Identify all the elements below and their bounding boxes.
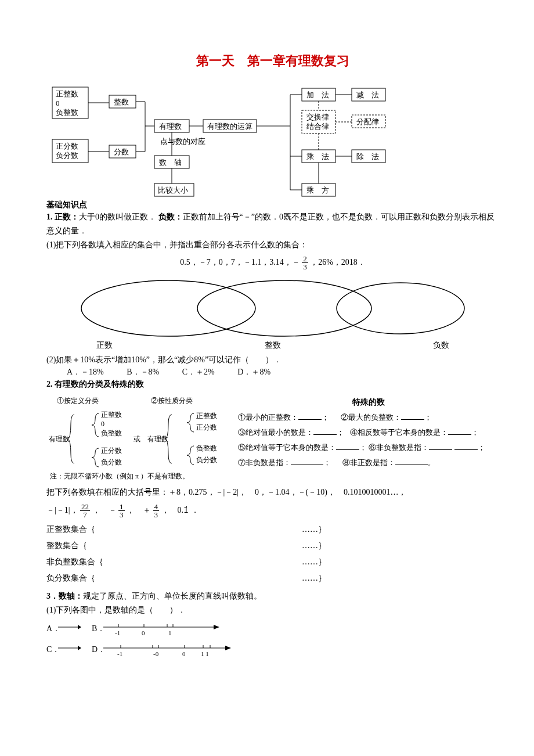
set-3: 非负整数集合｛……｝ [46, 557, 499, 567]
svg-text:正整数: 正整数 [56, 89, 78, 98]
svg-text:负分数: 负分数 [196, 456, 217, 464]
set-2-end: ……｝ [302, 541, 326, 551]
semi: ； [337, 428, 344, 437]
svg-point-55 [81, 280, 255, 336]
frac-den: 3 [302, 263, 308, 271]
fraction-22-7: 22 7 [80, 503, 90, 519]
svg-text:点与数的对应: 点与数的对应 [160, 137, 205, 146]
svg-text:分配律: 分配律 [356, 117, 379, 126]
venn-diagram [75, 276, 470, 340]
blank[interactable] [401, 411, 424, 420]
svg-text:分数: 分数 [114, 147, 129, 156]
svg-text:0: 0 [56, 99, 60, 107]
page-title: 第一天 第一章有理数复习 [46, 52, 499, 70]
sp-3b: ⑥非负整数是指： [369, 443, 429, 452]
nl-opt-a: A． [46, 624, 58, 634]
blank[interactable] [298, 411, 322, 420]
q2-opt-c: C．＋2% [182, 367, 215, 377]
q2-opt-a: A．－18% [67, 367, 104, 377]
set-1: 正整数集合｛……｝ [46, 524, 499, 535]
svg-text:乘　方: 乘 方 [306, 186, 329, 195]
paragraph-1: 1. 正数：大于0的数叫做正数． 负数：正数前加上符号“－”的数．0既不是正数，… [46, 210, 499, 238]
q3-a: －|－1|， [46, 506, 78, 514]
svg-text:0: 0 [101, 420, 104, 428]
numberline-d: -1 -0 0 1 1 [103, 641, 231, 658]
question-nl: (1)下列各图中，是数轴的是（ ）． [46, 603, 499, 617]
frac-num: 2 [302, 255, 308, 263]
svg-text:负分数: 负分数 [101, 458, 122, 466]
p3-heading: 3．数轴： [46, 592, 83, 600]
p3: 3．数轴：规定了原点、正方向、单位长度的直线叫做数轴。 [46, 589, 499, 603]
q3-b: ， － [92, 506, 117, 514]
period: 。 [428, 458, 435, 467]
frac-num: 22 [80, 503, 90, 511]
p2-heading: 2. 有理数的分类及特殊的数 [46, 377, 499, 391]
venn-label-neg: 负数 [424, 340, 459, 351]
blank[interactable] [429, 441, 452, 450]
concept-diagram: .bx { fill:#fff; stroke:#000; stroke-wid… [46, 81, 488, 197]
sp-1a: ①最小的正整数： [238, 413, 298, 422]
set-1-end: ……｝ [302, 524, 326, 535]
sp-4a: ⑦非负数是指： [238, 458, 291, 467]
semi: ； [478, 443, 485, 452]
venn-label-int: 整数 [255, 340, 290, 351]
svg-text:负整数: 负整数 [196, 444, 217, 452]
semi: ； [323, 458, 331, 467]
venn-label-pos: 正数 [87, 340, 122, 351]
svg-text:负整数: 负整数 [56, 108, 78, 117]
venn-labels: 正数 整数 负数 [87, 340, 459, 351]
svg-text:正整数: 正整数 [101, 411, 122, 419]
svg-text:①按定义分类: ①按定义分类 [57, 397, 99, 405]
q2-opt-b: B．－8% [127, 367, 159, 377]
special-heading: 特殊的数 [238, 397, 499, 408]
blank[interactable] [291, 456, 323, 465]
classification-diagram: .t{font-family:"SimSun",serif;font-size:… [46, 395, 232, 482]
svg-text:加　法: 加 法 [306, 91, 329, 99]
nl-opt-c: C． [46, 645, 58, 655]
svg-text:减　法: 减 法 [356, 91, 379, 99]
svg-point-57 [337, 283, 464, 334]
svg-text:注：无限不循环小数（例如 π ）不是有理数。: 注：无限不循环小数（例如 π ）不是有理数。 [50, 472, 189, 480]
blank[interactable] [336, 441, 359, 450]
fraction-1-3: 1 3 [118, 503, 125, 519]
svg-text:-0: -0 [153, 650, 159, 657]
fraction-4-3: 4 3 [153, 503, 160, 519]
blank[interactable] [395, 456, 428, 465]
blank[interactable] [454, 441, 478, 450]
semi: ； [471, 428, 479, 437]
blank[interactable] [448, 426, 471, 435]
svg-text:有理数: 有理数 [159, 122, 182, 131]
numbers-list: 0.5，－7，0，7，－1.1，3.14，－ 2 3 ，26%，2018． [46, 255, 499, 271]
q2-opt-d: D．＋8% [237, 367, 270, 377]
svg-text:或　有理数: 或 有理数 [134, 435, 168, 443]
q3-line2: －|－1|， 22 7 ， － 1 3 ， ＋ 4 3 ， 0.1̇ ． [46, 503, 499, 519]
semi: ； [424, 413, 432, 422]
svg-text:比较大小: 比较大小 [158, 186, 188, 195]
svg-text:除　法: 除 法 [356, 152, 379, 161]
svg-point-56 [197, 280, 371, 336]
svg-text:有理数的运算: 有理数的运算 [207, 122, 252, 131]
sp-3a: ⑤绝对值等于它本身的数是： [238, 443, 336, 452]
numberline-c [58, 642, 81, 657]
p1-bold-b: 负数： [158, 213, 183, 221]
section-heading: 基础知识点 [46, 200, 499, 210]
svg-marker-73 [78, 625, 81, 629]
svg-text:结合律: 结合律 [306, 122, 329, 131]
frac-den: 3 [153, 511, 160, 519]
svg-marker-75 [214, 625, 219, 629]
set-3-end: ……｝ [302, 557, 326, 567]
special-numbers-panel: 特殊的数 ①最小的正整数：； ②最大的负整数：； ③绝对值最小的数是：； ④相反… [238, 395, 499, 471]
svg-marker-84 [78, 646, 81, 650]
nl-row-cd: C． D． -1 -0 0 1 1 [46, 641, 499, 658]
svg-text:-1: -1 [117, 650, 122, 657]
svg-text:正整数: 正整数 [196, 412, 217, 420]
blank[interactable] [313, 426, 337, 435]
frac-num: 1 [118, 503, 125, 511]
frac-num: 4 [153, 503, 160, 511]
semi: ； [359, 443, 367, 452]
fraction-2-3: 2 3 [302, 255, 308, 271]
svg-text:1: 1 [168, 629, 172, 636]
svg-text:1 1: 1 1 [201, 650, 209, 657]
set-2: 整数集合｛……｝ [46, 541, 499, 551]
svg-text:负整数: 负整数 [101, 429, 122, 437]
